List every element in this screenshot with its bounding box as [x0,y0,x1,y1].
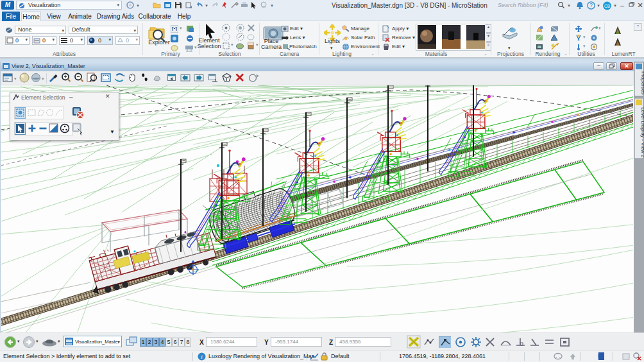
svg-text:?: ? [589,2,593,8]
svg-text:Properties: Properties [640,71,644,94]
svg-text:CB: CB [604,4,610,8]
svg-text:Level Display - View 2: Level Display - View 2 [640,107,644,158]
